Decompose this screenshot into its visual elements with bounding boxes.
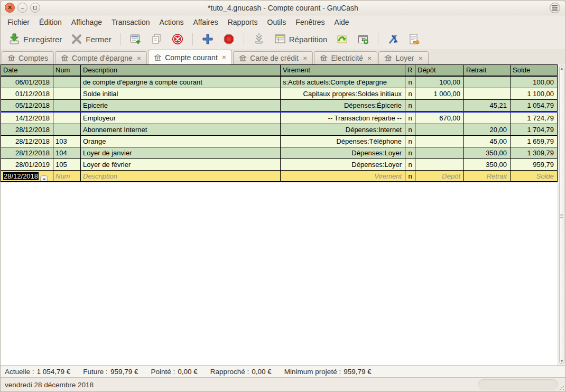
cell-description[interactable]: Employeur [81,113,281,124]
cell-transfer[interactable]: Capitaux propres:Soldes initiaux [281,88,405,99]
cancel-button[interactable] [219,31,238,48]
scroll-down-icon[interactable]: ▼ [558,359,565,363]
cell-balance[interactable]: 1 309,79 [511,147,558,158]
cell-deposit[interactable] [415,124,464,135]
cell-date[interactable]: 28/12/2018 [1,136,53,147]
cell-deposit[interactable] [415,100,464,111]
date-picker-button[interactable] [40,175,48,181]
jump-button[interactable] [405,31,424,48]
cell-withdrawal[interactable]: 20,00 [464,124,511,135]
menu-item-fenetres[interactable]: Fenêtres [291,16,329,28]
cell-withdrawal-input[interactable]: Retrait [464,171,511,181]
tab-electricite[interactable]: Electricité✕ [314,51,377,64]
table-row[interactable]: 28/01/2019105Loyer de févrierDépenses:Lo… [1,159,558,171]
menu-item-outils[interactable]: Outils [263,16,291,28]
cell-date[interactable]: 28/12/2018 [1,124,53,135]
cell-balance[interactable]: 1 100,00 [511,88,558,99]
window-maximize-button[interactable] [30,3,40,13]
add-button[interactable] [198,31,217,48]
cell-r[interactable]: n [405,147,415,158]
tab-close-icon[interactable]: ✕ [302,55,307,61]
tab-loyer[interactable]: Loyer✕ [378,51,428,64]
vertical-scrollbar[interactable]: ▲ ▼ [558,64,565,365]
menu-item-edition[interactable]: Édition [34,16,67,28]
enter-transaction-button[interactable] [126,31,145,48]
menu-item-affichage[interactable]: Affichage [67,16,107,28]
cell-description-input[interactable]: Description [81,171,281,181]
tab-comptes[interactable]: Comptes [2,51,54,64]
cell-transfer[interactable]: Dépenses:Téléphone [281,136,405,147]
resize-grip[interactable] [559,385,564,390]
schedule-button[interactable]: 31 [354,31,373,48]
cell-num[interactable]: 103 [53,136,81,147]
cell-withdrawal[interactable]: 45,21 [464,100,511,111]
cell-balance[interactable]: 100,00 [511,77,558,88]
cell-date[interactable]: 14/12/2018 [1,113,53,124]
cell-num[interactable] [53,100,81,111]
cell-r[interactable]: n [405,124,415,135]
tab-carte-de-credit[interactable]: Carte de crédit✕ [233,51,313,64]
cell-balance[interactable]: 1 659,79 [511,136,558,147]
table-row[interactable]: 28/12/2018104Loyer de janvierDépenses:Lo… [1,147,558,159]
cell-description[interactable]: Abonnement Internet [81,124,281,135]
scroll-up-icon[interactable]: ▲ [558,66,565,71]
cell-r[interactable]: n [405,77,415,88]
table-row[interactable]: 28/12/2018Abonnement InternetDépenses:In… [1,124,558,136]
cell-balance[interactable]: 959,79 [511,159,558,170]
table-row[interactable]: 14/12/2018Employeur-- Transaction répart… [1,113,558,124]
cell-deposit[interactable]: 670,00 [415,113,464,124]
menu-item-actions[interactable]: Actions [155,16,189,28]
tab-close-icon[interactable]: ✕ [136,55,141,61]
cell-description[interactable]: de compte d'épargne à compte courant [81,77,281,88]
cell-r[interactable]: n [405,136,415,147]
table-row[interactable]: 01/12/2018Solde initialCapitaux propres:… [1,88,558,100]
register-edit-row[interactable]: 28/12/2018 Num Description Virement n Dé… [1,171,558,182]
cell-withdrawal[interactable]: 350,00 [464,159,511,170]
tab-compte-courant[interactable]: Compte courant✕ [148,50,232,64]
cell-description[interactable]: Epicerie [81,100,281,111]
cell-withdrawal[interactable] [464,77,511,88]
cell-description[interactable]: Solde initial [81,88,281,99]
cell-num[interactable] [53,77,81,88]
menu-item-rapports[interactable]: Rapports [223,16,263,28]
cell-deposit[interactable] [415,147,464,158]
cell-date[interactable]: 01/12/2018 [1,88,53,99]
tab-close-icon[interactable]: ✕ [221,54,226,60]
cell-deposit-input[interactable]: Dépôt [415,171,464,181]
save-button[interactable]: Enregistrer [5,31,65,48]
blank-transaction-button[interactable] [249,31,268,48]
cell-r[interactable]: n [405,113,415,124]
cell-date-input[interactable]: 28/12/2018 [1,171,53,181]
menu-item-transaction[interactable]: Transaction [107,16,155,28]
table-row[interactable]: 06/01/2018de compte d'épargne à compte c… [1,77,558,88]
cell-transfer[interactable]: Dépenses:Épicerie [281,100,405,111]
exchange-arrows-button[interactable] [384,31,403,48]
menu-item-aide[interactable]: Aide [330,16,354,28]
cell-num[interactable]: 105 [53,159,81,170]
cell-withdrawal[interactable]: 350,00 [464,147,511,158]
cell-num[interactable] [53,113,81,124]
cell-r[interactable]: n [405,88,415,99]
cell-date[interactable]: 06/01/2018 [1,77,53,88]
cell-deposit[interactable]: 100,00 [415,77,464,88]
cell-date[interactable]: 05/12/2018 [1,100,53,111]
tab-close-icon[interactable]: ✕ [366,55,372,61]
window-close-button[interactable]: ✕ [5,3,15,13]
cell-r[interactable]: n [405,159,415,170]
cell-num[interactable] [53,124,81,135]
duplicate-button[interactable] [147,31,166,48]
cell-reconcile[interactable]: n [405,171,415,181]
cell-description[interactable]: Loyer de février [81,159,281,170]
cell-withdrawal[interactable] [464,113,511,124]
cell-num-input[interactable]: Num [53,171,81,181]
cell-balance[interactable]: 1 704,79 [511,124,558,135]
cell-date[interactable]: 28/01/2019 [1,159,53,170]
cell-num[interactable]: 104 [53,147,81,158]
transfer-button[interactable] [332,31,351,48]
table-row[interactable]: 05/12/2018EpicerieDépenses:Épicerien45,2… [1,100,558,113]
cell-deposit[interactable] [415,159,464,170]
cell-balance[interactable]: 1 054,79 [511,100,558,111]
close-x-button[interactable]: Fermer [67,31,114,48]
cell-transfer[interactable]: Dépenses:Loyer [281,147,405,158]
cell-deposit[interactable]: 1 000,00 [415,88,464,99]
